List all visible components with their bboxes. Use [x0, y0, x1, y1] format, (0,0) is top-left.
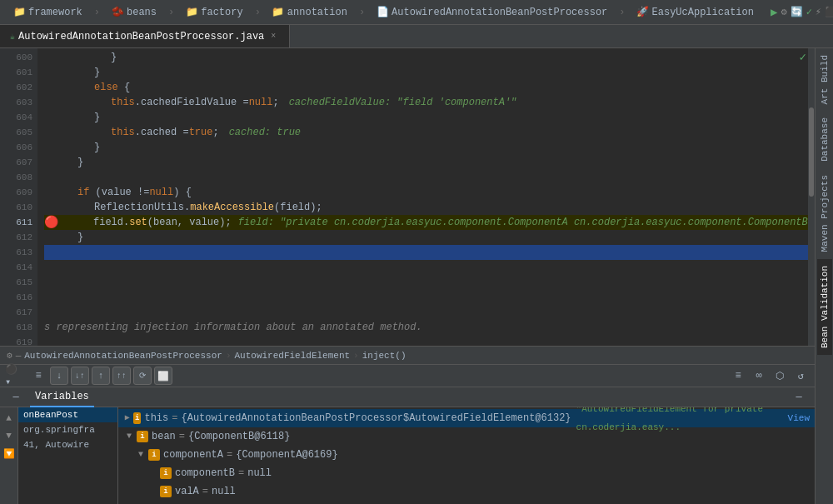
var-row-componentB[interactable]: ▶ i componentB = null	[118, 464, 815, 482]
frame-item-2[interactable]: 41, Autowire	[18, 437, 117, 452]
code-line-615	[44, 275, 808, 290]
app-icon: 🚀	[637, 7, 649, 18]
var-icon-this: i	[133, 412, 142, 424]
nav-annotation[interactable]: 📁 annotation	[266, 5, 354, 20]
var-icon-bean: i	[137, 431, 148, 442]
run-btn[interactable]: ▶	[771, 5, 777, 19]
var-name-bean: bean	[152, 427, 176, 446]
indent-spacer-1	[123, 446, 135, 464]
debug-filter[interactable]: 🔽	[2, 446, 17, 461]
nav-beans[interactable]: 🫘 beans	[105, 5, 163, 20]
tab-variables[interactable]: Variables	[30, 387, 94, 407]
code-line-613	[44, 245, 808, 260]
beans-icon: 🫘	[112, 7, 123, 18]
code-line-608	[44, 170, 808, 185]
debug-points-btn[interactable]: ⚫ ▾	[5, 367, 23, 385]
sidebar-database[interactable]: Database	[817, 111, 832, 168]
debug-panel: — Variables — ▲ ▼ 🔽 onBeanPost org.sprin…	[0, 387, 815, 504]
toolbar-icon-3[interactable]: ✓	[806, 6, 812, 18]
toolbar-icon-2[interactable]: 🔄	[791, 6, 803, 18]
debug-right-icons: ≡ ∞ ⬡ ↺	[729, 367, 810, 385]
var-row-this[interactable]: ▶ i this = {AutowiredAnnotationBeanPostP…	[118, 409, 815, 427]
var-icon-valA: i	[160, 486, 172, 497]
close-icon[interactable]: —	[16, 351, 22, 361]
debug-mute-btn[interactable]: ⬜	[154, 367, 172, 385]
nav-sep-3: ›	[253, 7, 262, 18]
var-value-valA: null	[212, 482, 236, 501]
var-toggle-bean[interactable]: ▼	[123, 431, 135, 442]
check-icon: ✓	[800, 50, 806, 65]
code-line-609: if (value != null ) {	[44, 185, 808, 200]
code-line-616	[44, 290, 808, 305]
file-icon: 📄	[377, 7, 388, 18]
code-line-604: }	[44, 110, 808, 125]
debug-evaluate[interactable]: ⟳	[133, 367, 152, 385]
breadcrumb-item-0[interactable]: AutowiredAnnotationBeanPostProcessor	[24, 351, 222, 361]
debug-right-3[interactable]: ⬡	[771, 367, 789, 385]
stop-btn[interactable]: ⬛	[825, 6, 833, 18]
settings-icon[interactable]: ⚙	[7, 350, 12, 361]
breakpoint-icon: 🔴	[44, 215, 58, 230]
var-name-componentB: componentB	[175, 464, 235, 482]
var-hint-this: "AutowiredFieldElement for private cn.co…	[576, 407, 783, 437]
sidebar-maven[interactable]: Maven Projects	[817, 168, 832, 258]
var-equals-valA: =	[202, 482, 208, 501]
code-line-607: }	[44, 155, 808, 170]
toolbar-icon-4[interactable]: ⚡	[816, 6, 821, 18]
debug-step-out[interactable]: ↑	[92, 367, 110, 385]
main-layout: 600 601 602 603 604 605 606 607 608 609 …	[0, 48, 833, 504]
breadcrumb-sep-2: ›	[353, 351, 359, 361]
line-numbers: 600 601 602 603 604 605 606 607 608 609 …	[0, 48, 37, 346]
code-line-606: }	[44, 140, 808, 155]
vertical-scrollbar[interactable]	[808, 48, 815, 346]
code-line-602: else {	[44, 80, 808, 95]
indent-spacer-3	[123, 482, 147, 501]
frame-panel: onBeanPost org.springfra 41, Autowire	[18, 407, 118, 504]
tab-bar: ☕ AutowiredAnnotationBeanPostProcessor.j…	[0, 25, 833, 48]
debug-nav-down[interactable]: ▼	[2, 428, 17, 443]
debug-right-2[interactable]: ∞	[750, 367, 768, 385]
frame-item-0[interactable]: onBeanPost	[18, 407, 117, 422]
debug-step-over[interactable]: ↓	[50, 367, 68, 385]
breadcrumb-sep-1: ›	[226, 351, 232, 361]
nav-sep-4: ›	[357, 7, 367, 18]
panel-settings[interactable]: —	[790, 388, 808, 407]
var-row-componentA[interactable]: ▼ i componentA = {ComponentA@6169}	[118, 446, 815, 464]
debug-run-to-cursor[interactable]: ↑↑	[112, 367, 131, 385]
code-line-610: ReflectionUtils . makeAccessible (field)…	[44, 200, 808, 215]
debug-panel-icon[interactable]: —	[7, 388, 25, 407]
nav-factory[interactable]: 📁 factory	[179, 5, 249, 20]
scrollbar-thumb[interactable]	[809, 107, 814, 197]
var-name-componentA: componentA	[163, 446, 223, 464]
sidebar-bean-validation[interactable]: Bean Validation	[817, 259, 832, 355]
sidebar-art-build[interactable]: Art Build	[817, 48, 832, 111]
debug-content-area: ▲ ▼ 🔽 onBeanPost org.springfra 41, Autow…	[0, 407, 815, 504]
debug-right-4[interactable]: ↺	[791, 367, 810, 385]
debug-nav-up[interactable]: ▲	[2, 411, 17, 426]
var-toggle-this[interactable]: ▶	[123, 412, 132, 424]
debug-step-into[interactable]: ↓↑	[71, 367, 89, 385]
frame-item-1[interactable]: org.springfra	[18, 422, 117, 437]
var-icon-componentA: i	[148, 449, 160, 461]
top-nav: 📁 framework › 🫘 beans › 📁 factory › 📁 an…	[0, 0, 833, 25]
breadcrumb-item-2[interactable]: inject()	[362, 351, 407, 361]
nav-sep-1: ›	[92, 7, 102, 18]
debug-right-1[interactable]: ≡	[729, 367, 747, 385]
toolbar-icon-1[interactable]: ⚙	[781, 6, 786, 18]
var-toggle-componentA[interactable]: ▼	[135, 449, 147, 461]
var-link-this[interactable]: View	[788, 409, 810, 427]
editor-area: 600 601 602 603 604 605 606 607 608 609 …	[0, 48, 815, 504]
breadcrumb-item-1[interactable]: AutowiredFieldElement	[234, 351, 350, 361]
code-editor[interactable]: } ✓ } else { this .cachedFieldValue	[37, 48, 808, 346]
var-equals-this: =	[172, 409, 177, 427]
tab-close-btn[interactable]: ×	[267, 31, 279, 42]
nav-framework[interactable]: 📁 framework	[7, 5, 89, 20]
tab-main-file[interactable]: ☕ AutowiredAnnotationBeanPostProcessor.j…	[0, 25, 290, 47]
debug-step-btn-1[interactable]: ≡	[29, 367, 47, 385]
nav-processor[interactable]: 📄 AutowiredAnnotationBeanPostProcessor	[370, 5, 614, 20]
var-value-componentB: null	[247, 464, 272, 482]
code-line-617	[44, 305, 808, 320]
nav-easyuc[interactable]: 🚀 EasyUcApplication	[631, 5, 761, 20]
code-line-618: s representing injection information abo…	[44, 320, 808, 335]
var-row-valA[interactable]: ▶ i valA = null	[118, 482, 815, 501]
